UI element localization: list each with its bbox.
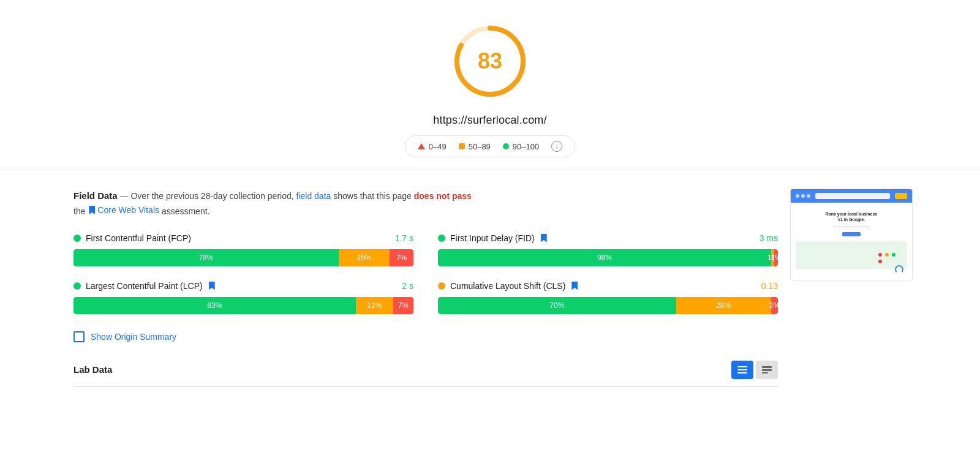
bar-red-lcp: 7% <box>393 297 413 314</box>
bar-green-fcp: 78% <box>74 249 339 266</box>
score-url: https://surferlocal.com/ <box>433 114 546 127</box>
bar-red-cls: 2% <box>771 297 778 314</box>
score-legend: 0–49 50–89 90–100 i <box>405 135 575 157</box>
metric-header-fid: First Input Delay (FID)3 ms <box>438 233 778 243</box>
bar-green-fid: 98% <box>438 249 771 266</box>
metric-name-label-cls: Cumulative Layout Shift (CLS) <box>450 281 565 291</box>
thumbnail-hero-text: Rank your local business#1 in Google. <box>796 211 907 222</box>
metric-value-cls: 0.13 <box>761 281 778 291</box>
map-pin-green <box>892 253 895 257</box>
progress-bar-fid: 98%1%1% <box>438 249 778 266</box>
info-icon[interactable]: i <box>551 141 562 152</box>
metric-value-lcp: 2 s <box>402 281 413 291</box>
legend-square-icon <box>459 143 465 149</box>
bar-green-lcp: 83% <box>74 297 356 314</box>
thumb-nav-dots <box>796 194 810 198</box>
show-origin-row: Show Origin Summary <box>74 331 778 342</box>
metric-dot-cls <box>438 282 445 290</box>
legend-red: 0–49 <box>418 142 447 151</box>
bookmark-icon <box>89 206 95 214</box>
bookmark-icon-cls <box>571 282 578 290</box>
progress-bar-fcp: 78%15%7% <box>74 249 413 266</box>
lab-view-expanded-button[interactable] <box>756 361 778 379</box>
metric-name-label-fcp: First Contentful Paint (FCP) <box>86 233 191 243</box>
metric-card-fcp: First Contentful Paint (FCP)1.7 s78%15%7… <box>74 233 413 266</box>
field-data-header: Field Data — Over the previous 28-day co… <box>74 189 778 219</box>
bar-orange-cls: 28% <box>676 297 771 314</box>
field-data-title: Field Data <box>74 190 118 201</box>
metric-card-fid: First Input Delay (FID)3 ms98%1%1% <box>438 233 778 266</box>
bar-green-cls: 70% <box>438 297 676 314</box>
field-data-link[interactable]: field data <box>296 191 331 201</box>
show-origin-label[interactable]: Show Origin Summary <box>91 332 176 342</box>
metric-header-fcp: First Contentful Paint (FCP)1.7 s <box>74 233 413 243</box>
page-wrapper: 83 https://surferlocal.com/ 0–49 50–89 9… <box>0 0 980 405</box>
metric-dot-fcp <box>74 234 81 242</box>
metric-name-row-lcp: Largest Contentful Paint (LCP) <box>74 281 215 291</box>
metric-header-lcp: Largest Contentful Paint (LCP)2 s <box>74 281 413 291</box>
thumbnail-sub-text: — — — — — — — — — <box>796 225 907 228</box>
progress-bar-cls: 70%28%2% <box>438 297 778 314</box>
content-right: Rank your local business#1 in Google. — … <box>790 189 919 387</box>
show-origin-checkbox[interactable] <box>74 331 85 342</box>
metric-dot-lcp <box>74 282 81 290</box>
bar-orange-lcp: 11% <box>356 297 393 314</box>
progress-bar-lcp: 83%11%7% <box>74 297 413 314</box>
svg-rect-2 <box>737 366 747 367</box>
thumbnail-cta-button <box>842 232 861 236</box>
svg-rect-5 <box>762 366 772 368</box>
metric-name-row-fcp: First Contentful Paint (FCP) <box>74 233 191 243</box>
lab-data-title: Lab Data <box>74 364 112 375</box>
field-data-desc-before: — Over the previous 28-day collection pe… <box>118 191 296 201</box>
legend-range1-label: 0–49 <box>429 142 447 151</box>
bar-red-fid: 1% <box>774 249 778 266</box>
legend-triangle-icon <box>418 143 425 149</box>
map-pin-red <box>878 253 882 257</box>
thumb-action-btn <box>895 193 907 199</box>
metric-dot-fid <box>438 234 445 242</box>
thumbnail-map <box>796 241 907 269</box>
lab-view-condensed-button[interactable] <box>731 361 753 379</box>
lab-data-buttons <box>731 361 778 379</box>
legend-orange: 50–89 <box>459 142 491 151</box>
metric-card-cls: Cumulative Layout Shift (CLS)0.1370%28%2… <box>438 281 778 314</box>
bar-orange-fcp: 15% <box>339 249 390 266</box>
content-left: Field Data — Over the previous 28-day co… <box>61 189 778 387</box>
core-web-vitals-link[interactable]: Core Web Vitals <box>88 203 159 217</box>
svg-rect-7 <box>762 372 768 373</box>
assessment-text: assessment. <box>159 206 209 216</box>
thumb-search-bar <box>815 193 890 199</box>
legend-green: 90–100 <box>503 142 539 151</box>
thumb-dot-1 <box>796 194 799 198</box>
svg-rect-3 <box>737 369 747 370</box>
legend-range2-label: 50–89 <box>469 142 491 151</box>
metric-value-fcp: 1.7 s <box>395 233 413 243</box>
map-pin-red-2 <box>878 260 882 263</box>
svg-rect-6 <box>762 369 772 371</box>
thumb-dot-3 <box>807 194 810 198</box>
score-circle: 83 <box>447 18 533 104</box>
legend-circle-icon <box>503 143 509 149</box>
main-content: Field Data — Over the previous 28-day co… <box>61 170 919 405</box>
score-number: 83 <box>478 48 502 74</box>
core-web-vitals-text: Core Web Vitals <box>97 203 159 217</box>
field-data-desc-middle: shows that this page <box>331 191 413 201</box>
bookmark-icon-lcp <box>209 282 215 290</box>
bookmark-icon-fid <box>541 234 547 242</box>
metric-header-cls: Cumulative Layout Shift (CLS)0.13 <box>438 281 778 291</box>
thumbnail-top-bar <box>791 189 912 203</box>
site-thumbnail: Rank your local business#1 in Google. — … <box>790 189 913 280</box>
bar-red-fcp: 7% <box>390 249 413 266</box>
field-data-desc-after: the <box>74 206 88 216</box>
metric-name-label-lcp: Largest Contentful Paint (LCP) <box>86 281 203 291</box>
thumbnail-refresh-icon <box>895 265 903 274</box>
map-pin-orange <box>885 253 889 257</box>
legend-range3-label: 90–100 <box>513 142 539 151</box>
thumbnail-body: Rank your local business#1 in Google. — … <box>791 203 912 280</box>
metric-value-fid: 3 ms <box>760 233 778 243</box>
metrics-grid: First Contentful Paint (FCP)1.7 s78%15%7… <box>74 233 778 314</box>
score-section: 83 https://surferlocal.com/ 0–49 50–89 9… <box>0 0 980 170</box>
lab-data-header: Lab Data <box>74 361 778 387</box>
metric-name-row-cls: Cumulative Layout Shift (CLS) <box>438 281 578 291</box>
metric-name-label-fid: First Input Delay (FID) <box>450 233 535 243</box>
